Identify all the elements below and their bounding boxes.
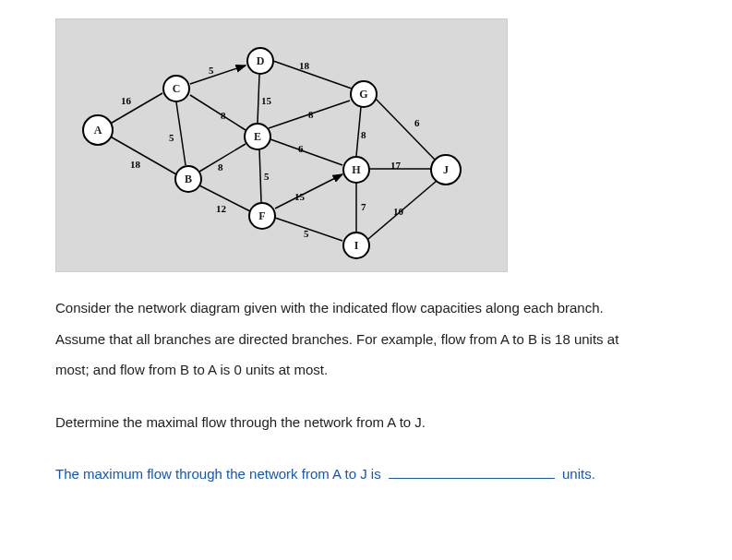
node-J: J (430, 154, 462, 185)
node-G: G (350, 80, 378, 108)
svg-line-4 (190, 95, 246, 130)
cap-G-H: 8 (361, 125, 366, 145)
svg-line-2 (190, 66, 246, 84)
svg-line-12 (275, 174, 342, 209)
cap-C-D: 5 (209, 61, 214, 80)
answer-prefix: The maximum flow through the network fro… (55, 466, 381, 482)
svg-line-5 (258, 75, 259, 123)
cap-D-E: 15 (261, 91, 271, 111)
diagram-edges (56, 19, 507, 271)
cap-C-E: 8 (221, 106, 226, 125)
answer-suffix: units. (562, 466, 595, 482)
cap-I-J: 10 (393, 202, 403, 221)
cap-B-E: 8 (218, 158, 223, 177)
node-C: C (162, 75, 190, 102)
svg-line-1 (107, 135, 176, 174)
cap-I-H: 7 (361, 197, 366, 217)
question-text: Determine the maximal flow through the n… (55, 410, 677, 436)
cap-E-G: 8 (308, 105, 314, 125)
node-A: A (82, 114, 114, 146)
answer-blank[interactable] (389, 467, 555, 480)
cap-A-C: 16 (121, 91, 131, 111)
node-F: F (248, 202, 276, 230)
node-D: D (246, 47, 274, 75)
text-line-3: most; and flow from B to A is 0 units at… (55, 357, 677, 384)
cap-B-F: 12 (216, 199, 226, 219)
cap-C-B: 5 (169, 128, 174, 148)
problem-text: Consider the network diagram given with … (0, 295, 732, 488)
network-diagram: A C D B E F G H I J 16 18 5 5 8 15 18 8 … (55, 18, 508, 272)
cap-G-J: 6 (414, 113, 420, 133)
svg-line-11 (270, 139, 342, 165)
text-line-1: Consider the network diagram given with … (55, 295, 677, 322)
node-I: I (342, 232, 370, 259)
cap-F-H: 15 (294, 187, 305, 207)
cap-A-B: 18 (130, 155, 140, 174)
node-B: B (174, 165, 202, 193)
cap-E-H: 6 (298, 139, 304, 159)
cap-F-I: 5 (304, 224, 309, 244)
svg-line-3 (176, 102, 186, 165)
text-line-2: Assume that all branches are directed br… (55, 327, 677, 353)
svg-line-6 (273, 61, 352, 89)
svg-line-0 (107, 93, 162, 125)
svg-line-10 (259, 149, 261, 202)
node-E: E (244, 123, 271, 150)
svg-line-15 (375, 98, 435, 160)
node-H: H (342, 156, 370, 184)
cap-D-G: 18 (299, 56, 309, 76)
cap-H-J: 17 (390, 156, 401, 175)
cap-E-F: 5 (264, 167, 270, 186)
answer-sentence: The maximum flow through the network fro… (55, 461, 677, 488)
